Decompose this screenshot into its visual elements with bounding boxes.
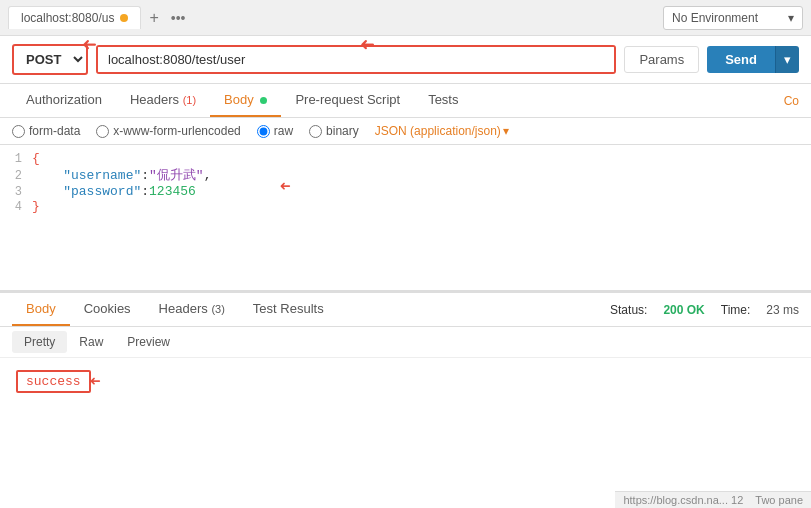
password-value: 123456 xyxy=(149,184,196,199)
tab-headers[interactable]: Headers (1) xyxy=(116,84,210,117)
url-input-wrap xyxy=(96,45,616,74)
brace-open: { xyxy=(32,151,40,166)
request-tabs-nav: Authorization Headers (1) Body Pre-reque… xyxy=(0,84,811,118)
form-data-option[interactable]: form-data xyxy=(12,124,80,138)
editor-empty-space xyxy=(0,214,811,284)
resp-format-preview[interactable]: Preview xyxy=(115,331,182,353)
tab-body[interactable]: Body xyxy=(210,84,281,117)
tab-bar: localhost:8080/us + ••• No Environment ▾ xyxy=(0,0,811,36)
arrow-code-icon: ➜ xyxy=(280,175,291,197)
resp-tab-test-results[interactable]: Test Results xyxy=(239,293,338,326)
arrow-post-icon: ➜ xyxy=(82,34,97,56)
tab-tests[interactable]: Tests xyxy=(414,84,472,117)
app-container: localhost:8080/us + ••• No Environment ▾… xyxy=(0,0,811,508)
tab-dot xyxy=(120,14,128,22)
env-arrow-icon: ▾ xyxy=(788,11,794,25)
method-select[interactable]: POST xyxy=(12,44,88,75)
url-input[interactable] xyxy=(98,47,614,72)
resp-tab-headers[interactable]: Headers (3) xyxy=(145,293,239,326)
success-badge: success xyxy=(16,370,91,393)
resp-format-raw[interactable]: Raw xyxy=(67,331,115,353)
binary-option[interactable]: binary xyxy=(309,124,359,138)
params-button[interactable]: Params xyxy=(624,46,699,73)
resp-tab-body[interactable]: Body xyxy=(12,293,70,326)
send-button-group: Send ▾ xyxy=(707,46,799,73)
response-format-tabs: Pretty Raw Preview xyxy=(0,327,811,358)
raw-option[interactable]: raw xyxy=(257,124,293,138)
active-tab[interactable]: localhost:8080/us xyxy=(8,6,141,29)
bottom-bar: https://blog.csdn.na... 12 Two pane xyxy=(615,491,811,508)
bottom-url: https://blog.csdn.na... 12 xyxy=(623,494,743,506)
code-line-1: 1 { xyxy=(0,151,811,166)
env-label: No Environment xyxy=(672,11,758,25)
pane-label: Two pane xyxy=(755,494,803,506)
environment-selector: No Environment ▾ xyxy=(663,6,803,30)
arrow-url-icon: ➜ xyxy=(360,34,375,56)
binary-radio[interactable] xyxy=(309,125,322,138)
url-bar: ➜ ➜ POST Params Send ▾ xyxy=(0,36,811,84)
tab-prerequest[interactable]: Pre-request Script xyxy=(281,84,414,117)
code-line-2: 2 "username":"侃升武", xyxy=(0,166,811,184)
headers-badge: (1) xyxy=(183,94,196,106)
resp-headers-badge: (3) xyxy=(211,303,224,315)
form-data-radio[interactable] xyxy=(12,125,25,138)
json-type-arrow-icon: ▾ xyxy=(503,124,509,138)
body-options-bar: form-data x-www-form-urlencoded raw bina… xyxy=(0,118,811,145)
status-value: 200 OK xyxy=(663,303,704,317)
tab-authorization[interactable]: Authorization xyxy=(12,84,116,117)
more-tabs-button[interactable]: ••• xyxy=(167,10,190,26)
tab-right-label: Co xyxy=(784,94,799,108)
url-encoded-option[interactable]: x-www-form-urlencoded xyxy=(96,124,240,138)
brace-close: } xyxy=(32,199,40,214)
add-tab-button[interactable]: + xyxy=(141,9,166,27)
resp-format-pretty[interactable]: Pretty xyxy=(12,331,67,353)
url-encoded-radio[interactable] xyxy=(96,125,109,138)
body-dot-icon xyxy=(260,97,267,104)
env-dropdown[interactable]: No Environment ▾ xyxy=(663,6,803,30)
response-status: Status: 200 OK Time: 23 ms xyxy=(610,303,799,317)
json-type-selector[interactable]: JSON (application/json) ▾ xyxy=(375,124,509,138)
response-tabs-nav: Body Cookies Headers (3) Test Results St… xyxy=(0,291,811,327)
time-value: 23 ms xyxy=(766,303,799,317)
send-dropdown-button[interactable]: ▾ xyxy=(775,46,799,73)
arrow-success-icon: ➜ xyxy=(90,370,101,392)
send-button[interactable]: Send xyxy=(707,46,775,73)
status-label: Status: xyxy=(610,303,647,317)
tab-label: localhost:8080/us xyxy=(21,11,114,25)
time-label: Time: xyxy=(721,303,751,317)
resp-tab-cookies[interactable]: Cookies xyxy=(70,293,145,326)
password-key: "password" xyxy=(63,184,141,199)
code-editor[interactable]: ➜ 1 { 2 "username":"侃升武", 3 "password":1… xyxy=(0,145,811,291)
username-value: "侃升武" xyxy=(149,168,204,183)
code-line-3: 3 "password":123456 xyxy=(0,184,811,199)
code-line-4: 4 } xyxy=(0,199,811,214)
response-body: ➜ success xyxy=(0,358,811,418)
raw-radio[interactable] xyxy=(257,125,270,138)
username-key: "username" xyxy=(63,168,141,183)
